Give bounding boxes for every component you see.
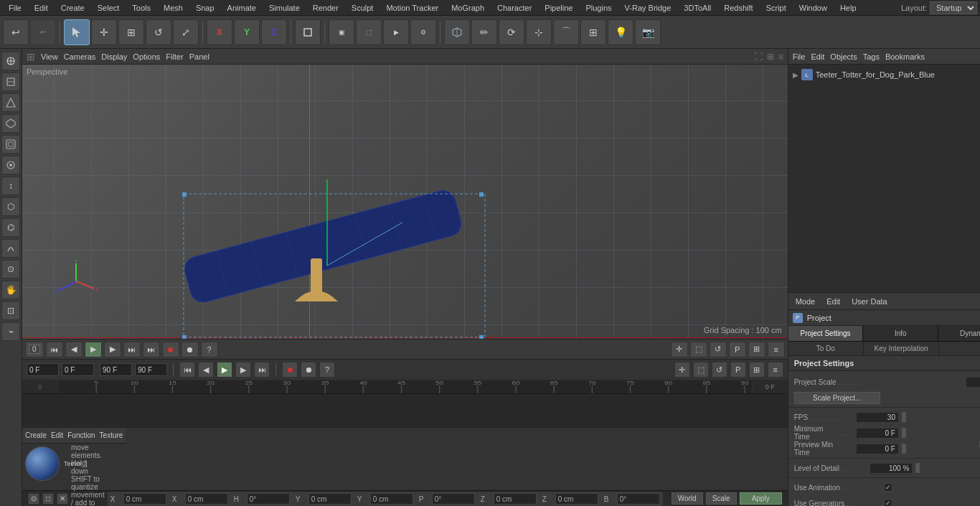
menu-character[interactable]: Character <box>491 2 537 14</box>
vp-nav-btn-3[interactable]: ↺ <box>710 342 727 357</box>
menu-simulate[interactable]: Simulate <box>263 2 306 14</box>
timeline-back-btn[interactable]: ◀ <box>198 362 214 378</box>
vp-nav-btn-6[interactable]: ≡ <box>768 342 785 357</box>
menu-create[interactable]: Create <box>55 2 90 14</box>
fps-spinner[interactable] <box>902 412 906 422</box>
cube-btn[interactable] <box>444 19 470 45</box>
vp-record-btn[interactable]: ⏺ <box>162 342 179 357</box>
undo-button[interactable]: ↩ <box>3 19 29 45</box>
timeline-record-btn[interactable]: ⏺ <box>282 362 298 378</box>
ob-edit-btn[interactable]: Edit <box>811 52 824 61</box>
vp-next-key-btn[interactable]: ⏭ <box>123 342 141 357</box>
render-view-button[interactable]: ▶ <box>383 19 409 45</box>
vp-prev-key-btn[interactable]: ⏮ <box>46 342 63 357</box>
scale-project-button[interactable]: Scale Project... <box>794 392 880 404</box>
render-settings-button[interactable]: ⚙ <box>410 19 436 45</box>
mode-btn-edit[interactable]: Edit <box>824 296 843 307</box>
transform-tool-button[interactable]: ⤢ <box>173 19 199 45</box>
timeline-icon-1[interactable]: ✛ <box>674 362 690 378</box>
props-tab-info[interactable]: Info <box>863 326 938 341</box>
z-axis-button[interactable]: Z <box>261 19 287 45</box>
menu-mograph[interactable]: MoGraph <box>446 2 490 14</box>
preview-min-spinner[interactable] <box>902 444 906 454</box>
subdivide-btn[interactable]: ⊹ <box>526 19 552 45</box>
menu-vray[interactable]: V-Ray Bridge <box>619 2 677 14</box>
materials-edit-btn[interactable]: Edit <box>51 431 63 439</box>
left-tool-1[interactable] <box>1 52 20 70</box>
rotate-tool-button[interactable]: ↺ <box>146 19 171 45</box>
y-size-input[interactable] <box>370 493 413 505</box>
left-tool-6[interactable] <box>1 156 20 174</box>
ob-file-btn[interactable]: File <box>793 52 806 61</box>
viewport-settings-icon[interactable]: ≡ <box>778 52 783 62</box>
b-rot-input[interactable] <box>617 493 660 505</box>
props-tab-dynamics[interactable]: Dynamics <box>938 326 980 341</box>
viewport-3d[interactable]: X Y Z Perspective Grid Spacing : 100 cm <box>22 65 788 339</box>
loop-btn[interactable]: ⟳ <box>499 19 524 45</box>
menu-animate[interactable]: Animate <box>222 2 262 14</box>
spline-btn[interactable]: ⌒ <box>553 19 579 45</box>
menu-tools[interactable]: Tools <box>126 2 156 14</box>
prop-value-project-scale[interactable] <box>966 377 980 388</box>
props-sub-tab-todo[interactable]: To Do <box>788 342 864 355</box>
menu-redshift[interactable]: Redshift <box>718 2 758 14</box>
z-size-input[interactable] <box>555 493 598 505</box>
status-icon-1[interactable]: ⊙ <box>28 493 39 505</box>
scale-button[interactable]: Scale <box>706 492 737 505</box>
menu-help[interactable]: Help <box>834 2 862 14</box>
render-pic-button[interactable]: ▣ <box>329 19 354 45</box>
world-button[interactable]: World <box>672 492 703 505</box>
scale-tool-button[interactable]: ⊞ <box>118 19 144 45</box>
h-rot-input[interactable] <box>247 493 290 505</box>
timeline-fwd-btn[interactable]: ▶ <box>235 362 251 378</box>
vp-nav-btn-5[interactable]: ⊞ <box>748 342 765 357</box>
vp-frame-0-btn[interactable]: 0 <box>25 342 44 357</box>
vp-prev-frame-btn[interactable]: ◀ <box>65 342 83 357</box>
prop-value-min-time[interactable] <box>856 428 899 439</box>
prop-value-fps[interactable] <box>856 412 899 423</box>
viewport-split-icon[interactable]: ⊞ <box>767 52 774 62</box>
ob-bookmarks-btn[interactable]: Bookmarks <box>885 52 925 61</box>
menu-snap[interactable]: Snap <box>190 2 220 14</box>
timeline-icon-6[interactable]: ≡ <box>768 362 783 378</box>
x-size-input[interactable] <box>185 493 228 505</box>
vp-auto-key-btn[interactable]: ⏺ <box>182 342 199 357</box>
status-icon-2[interactable]: □ <box>42 493 54 505</box>
prop-value-preview-min-time[interactable] <box>856 444 899 454</box>
materials-function-btn[interactable]: Function <box>67 431 95 439</box>
left-tool-5[interactable] <box>1 135 20 154</box>
view-menu-btn[interactable]: View <box>41 52 58 61</box>
vp-nav-btn-2[interactable]: ⬚ <box>690 342 707 357</box>
mode-btn-mode[interactable]: Mode <box>793 296 819 307</box>
y-pos-input[interactable] <box>308 493 352 505</box>
timeline-auto-btn[interactable]: ⏺ <box>301 362 316 378</box>
menu-script[interactable]: Script <box>760 2 792 14</box>
z-pos-input[interactable] <box>494 493 537 505</box>
menu-window[interactable]: Window <box>793 2 833 14</box>
x-axis-button[interactable]: X <box>207 19 232 45</box>
cameras-menu-btn[interactable]: Cameras <box>64 52 96 61</box>
left-tool-13[interactable]: ⊡ <box>1 301 20 320</box>
pen-btn[interactable]: ✏ <box>471 19 497 45</box>
redo-button[interactable]: ↩ <box>30 19 56 45</box>
viewport-maximize-icon[interactable]: ⛶ <box>754 52 763 62</box>
panel-menu-btn[interactable]: Panel <box>189 52 209 61</box>
menu-3dtoall[interactable]: 3DToAll <box>678 2 717 14</box>
array-btn[interactable]: ⊞ <box>580 19 606 45</box>
props-tab-project-settings[interactable]: Project Settings <box>788 326 864 341</box>
render-region-button[interactable]: ⬚ <box>356 19 382 45</box>
left-tool-4[interactable] <box>1 114 20 133</box>
ob-objects-btn[interactable]: Objects <box>830 52 857 61</box>
timeline-icon-2[interactable]: ⬚ <box>693 362 709 378</box>
menu-plugins[interactable]: Plugins <box>580 2 617 14</box>
props-sub-tab-keyinterp[interactable]: Key Interpolation <box>864 342 939 355</box>
timeline-icon-5[interactable]: ⊞ <box>749 362 765 378</box>
timeline-prev-btn[interactable]: ⏮ <box>179 362 195 378</box>
menu-sculpt[interactable]: Sculpt <box>346 2 380 14</box>
timeline-icon-3[interactable]: ↺ <box>712 362 727 378</box>
timeline-preview-end[interactable] <box>135 363 167 376</box>
timeline-icon-4[interactable]: P <box>730 362 746 378</box>
left-tool-14[interactable]: ⌁ <box>1 322 20 341</box>
prop-value-lod[interactable] <box>870 463 913 474</box>
left-tool-2[interactable] <box>1 72 20 91</box>
